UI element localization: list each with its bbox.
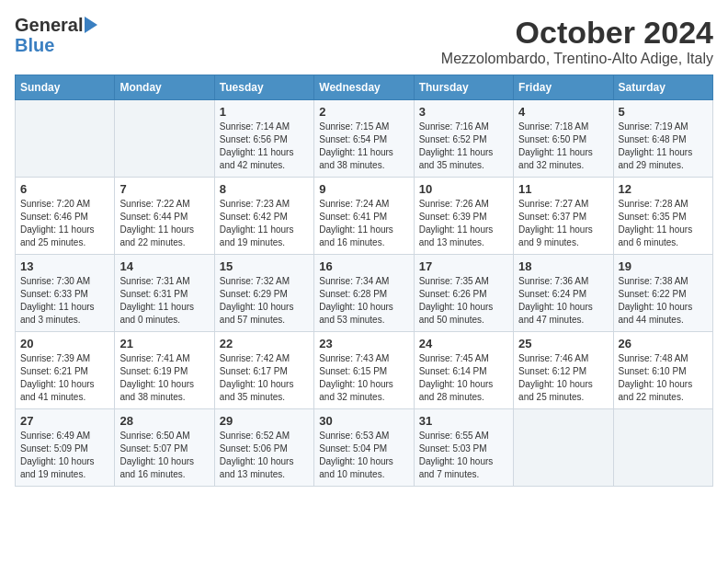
sunrise: Sunrise: 7:16 AM: [419, 121, 489, 132]
sunset: Sunset: 6:28 PM: [319, 289, 387, 299]
sunset: Sunset: 5:06 PM: [220, 443, 288, 454]
day-info: Sunrise: 6:49 AMSunset: 5:09 PMDaylight:…: [20, 430, 109, 481]
daylight: Daylight: 11 hours and 19 minutes.: [220, 224, 294, 247]
day-info: Sunrise: 7:31 AMSunset: 6:31 PMDaylight:…: [119, 275, 209, 327]
sunset: Sunset: 6:50 PM: [518, 134, 586, 144]
sunrise: Sunrise: 7:26 AM: [419, 199, 489, 209]
day-number: 2: [319, 105, 408, 119]
day-number: 5: [619, 105, 708, 119]
day-number: 13: [20, 259, 109, 273]
day-number: 7: [119, 182, 209, 196]
day-info: Sunrise: 6:50 AMSunset: 5:07 PMDaylight:…: [119, 430, 209, 481]
sunrise: Sunrise: 7:41 AM: [119, 353, 189, 363]
day-info: Sunrise: 7:28 AMSunset: 6:35 PMDaylight:…: [619, 198, 708, 249]
sunset: Sunset: 6:31 PM: [119, 289, 188, 299]
daylight: Daylight: 10 hours and 16 minutes.: [119, 456, 194, 479]
calendar-cell: 21Sunrise: 7:41 AMSunset: 6:19 PMDayligh…: [115, 332, 214, 409]
daylight: Daylight: 11 hours and 38 minutes.: [319, 147, 393, 170]
day-info: Sunrise: 7:32 AMSunset: 6:29 PMDaylight:…: [220, 275, 309, 327]
day-info: Sunrise: 7:19 AMSunset: 6:48 PMDaylight:…: [619, 121, 708, 172]
logo: General Blue: [15, 15, 97, 56]
weekday-saturday: Saturday: [613, 75, 712, 100]
sunset: Sunset: 5:03 PM: [419, 443, 487, 454]
calendar-week-3: 13Sunrise: 7:30 AMSunset: 6:33 PMDayligh…: [16, 255, 713, 332]
calendar-cell: 23Sunrise: 7:43 AMSunset: 6:15 PMDayligh…: [314, 332, 414, 409]
daylight: Daylight: 10 hours and 28 minutes.: [419, 379, 494, 402]
logo-general: General: [15, 15, 83, 35]
sunrise: Sunrise: 7:46 AM: [518, 353, 588, 363]
sunrise: Sunrise: 7:35 AM: [419, 276, 489, 286]
day-number: 9: [319, 182, 408, 196]
calendar-cell: 1Sunrise: 7:14 AMSunset: 6:56 PMDaylight…: [214, 100, 313, 178]
logo-blue: Blue: [15, 35, 54, 56]
calendar-cell: 5Sunrise: 7:19 AMSunset: 6:48 PMDaylight…: [613, 100, 712, 178]
calendar-cell: 4Sunrise: 7:18 AMSunset: 6:50 PMDaylight…: [514, 100, 613, 178]
day-info: Sunrise: 7:24 AMSunset: 6:41 PMDaylight:…: [319, 198, 408, 249]
sunrise: Sunrise: 7:28 AM: [619, 199, 688, 209]
daylight: Daylight: 11 hours and 0 minutes.: [119, 302, 194, 325]
daylight: Daylight: 11 hours and 42 minutes.: [220, 147, 294, 170]
daylight: Daylight: 11 hours and 16 minutes.: [319, 224, 393, 247]
calendar-week-5: 27Sunrise: 6:49 AMSunset: 5:09 PMDayligh…: [16, 409, 713, 487]
sunset: Sunset: 6:14 PM: [419, 366, 487, 376]
day-info: Sunrise: 7:26 AMSunset: 6:39 PMDaylight:…: [419, 198, 508, 249]
day-number: 22: [220, 337, 309, 350]
daylight: Daylight: 11 hours and 32 minutes.: [518, 147, 593, 170]
sunrise: Sunrise: 6:55 AM: [419, 431, 489, 441]
daylight: Daylight: 10 hours and 38 minutes.: [119, 379, 194, 402]
calendar-cell: 31Sunrise: 6:55 AMSunset: 5:03 PMDayligh…: [414, 409, 513, 487]
sunrise: Sunrise: 7:31 AM: [119, 276, 189, 286]
daylight: Daylight: 10 hours and 22 minutes.: [619, 379, 693, 402]
sunrise: Sunrise: 7:14 AM: [220, 121, 290, 132]
sunrise: Sunrise: 6:52 AM: [220, 431, 290, 441]
day-info: Sunrise: 7:36 AMSunset: 6:24 PMDaylight:…: [518, 275, 608, 327]
sunrise: Sunrise: 7:20 AM: [20, 199, 90, 209]
sunset: Sunset: 6:24 PM: [518, 289, 586, 299]
sunset: Sunset: 6:35 PM: [619, 212, 687, 222]
calendar-cell: 2Sunrise: 7:15 AMSunset: 6:54 PMDaylight…: [314, 100, 414, 178]
weekday-thursday: Thursday: [414, 75, 513, 100]
day-info: Sunrise: 7:30 AMSunset: 6:33 PMDaylight:…: [20, 275, 109, 327]
daylight: Daylight: 10 hours and 13 minutes.: [220, 456, 294, 479]
day-info: Sunrise: 7:43 AMSunset: 6:15 PMDaylight:…: [319, 352, 408, 404]
day-number: 17: [419, 259, 508, 273]
sunset: Sunset: 6:52 PM: [419, 134, 487, 144]
calendar-week-2: 6Sunrise: 7:20 AMSunset: 6:46 PMDaylight…: [16, 178, 713, 255]
day-number: 18: [518, 259, 608, 273]
calendar-cell: 26Sunrise: 7:48 AMSunset: 6:10 PMDayligh…: [613, 332, 712, 409]
sunset: Sunset: 6:48 PM: [619, 134, 687, 144]
daylight: Daylight: 10 hours and 41 minutes.: [20, 379, 95, 402]
calendar-cell: 15Sunrise: 7:32 AMSunset: 6:29 PMDayligh…: [214, 255, 313, 332]
daylight: Daylight: 10 hours and 44 minutes.: [619, 302, 693, 325]
sunset: Sunset: 6:21 PM: [20, 366, 88, 376]
daylight: Daylight: 11 hours and 35 minutes.: [419, 147, 494, 170]
calendar-cell: 16Sunrise: 7:34 AMSunset: 6:28 PMDayligh…: [314, 255, 414, 332]
sunset: Sunset: 6:26 PM: [419, 289, 487, 299]
calendar-body: 1Sunrise: 7:14 AMSunset: 6:56 PMDaylight…: [16, 100, 713, 487]
sunrise: Sunrise: 7:15 AM: [319, 121, 389, 132]
sunrise: Sunrise: 7:23 AM: [220, 199, 290, 209]
calendar-cell: 20Sunrise: 7:39 AMSunset: 6:21 PMDayligh…: [16, 332, 115, 409]
day-number: 20: [20, 337, 109, 350]
day-info: Sunrise: 7:46 AMSunset: 6:12 PMDaylight:…: [518, 352, 608, 404]
calendar-week-4: 20Sunrise: 7:39 AMSunset: 6:21 PMDayligh…: [16, 332, 713, 409]
sunrise: Sunrise: 6:49 AM: [20, 431, 90, 441]
day-number: 16: [319, 259, 408, 273]
day-number: 26: [619, 337, 708, 350]
day-info: Sunrise: 7:15 AMSunset: 6:54 PMDaylight:…: [319, 121, 408, 172]
day-number: 8: [220, 182, 309, 196]
day-number: 31: [419, 414, 508, 428]
weekday-wednesday: Wednesday: [314, 75, 414, 100]
day-number: 6: [20, 182, 109, 196]
calendar-cell: 14Sunrise: 7:31 AMSunset: 6:31 PMDayligh…: [115, 255, 214, 332]
weekday-tuesday: Tuesday: [214, 75, 313, 100]
day-info: Sunrise: 7:42 AMSunset: 6:17 PMDaylight:…: [220, 352, 309, 404]
sunset: Sunset: 6:19 PM: [119, 366, 188, 376]
daylight: Daylight: 10 hours and 7 minutes.: [419, 456, 494, 479]
calendar-table: SundayMondayTuesdayWednesdayThursdayFrid…: [15, 75, 713, 487]
calendar-cell: 8Sunrise: 7:23 AMSunset: 6:42 PMDaylight…: [214, 178, 313, 255]
day-info: Sunrise: 7:48 AMSunset: 6:10 PMDaylight:…: [619, 352, 708, 404]
weekday-header-row: SundayMondayTuesdayWednesdayThursdayFrid…: [16, 75, 713, 100]
day-number: 21: [119, 337, 209, 350]
daylight: Daylight: 10 hours and 19 minutes.: [20, 456, 95, 479]
